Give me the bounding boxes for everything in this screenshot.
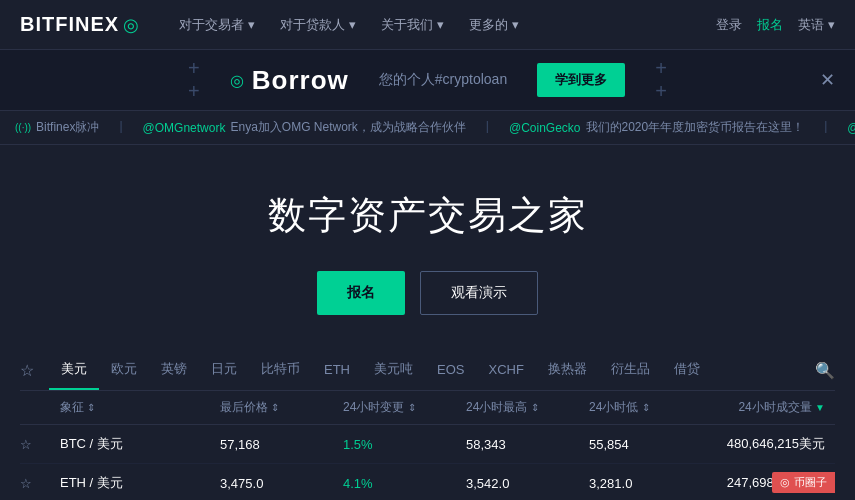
borrow-logo: ◎ Borrow: [230, 65, 349, 96]
change-btc: 1.5%: [343, 437, 466, 452]
logo-icon: ◎: [123, 14, 139, 36]
nav-traders[interactable]: 对于交易者 ▾: [169, 11, 265, 39]
price-eth: 3,475.0: [220, 476, 343, 491]
borrow-text: Borrow: [252, 65, 349, 96]
high-btc: 58,343: [466, 437, 589, 452]
sort-icon: ⇕: [408, 402, 416, 413]
tab-eur[interactable]: 欧元: [99, 350, 149, 390]
watermark-text: 币圈子: [794, 475, 827, 490]
borrow-icon: ◎: [230, 71, 244, 90]
market-table: 象征 ⇕ 最后价格 ⇕ 24小时变更 ⇕ 24小时最高 ⇕ 24小时低 ⇕ 24…: [20, 391, 835, 500]
low-eth: 3,281.0: [589, 476, 712, 491]
ticker-item-pulse: ((·)) Bitfinex脉冲: [15, 119, 99, 136]
nav-lenders[interactable]: 对于贷款人 ▾: [270, 11, 366, 39]
market-tabs: ☆ 美元 欧元 英镑 日元 比特币 ETH 美元吨 EOS XCHF 换热器: [20, 350, 835, 391]
ticker-item-omg: @OMGnetwork Enya加入OMG Network，成为战略合作伙伴: [143, 119, 466, 136]
row-star-btc[interactable]: ☆: [20, 437, 32, 452]
market-section: ☆ 美元 欧元 英镑 日元 比特币 ETH 美元吨 EOS XCHF 换热器: [0, 350, 855, 500]
chevron-down-icon: ▾: [248, 17, 255, 32]
decoration-plus-right: ++: [655, 57, 667, 103]
low-btc: 55,854: [589, 437, 712, 452]
news-ticker: ((·)) Bitfinex脉冲 | @OMGnetwork Enya加入OMG…: [0, 110, 855, 145]
tab-xchf[interactable]: XCHF: [476, 352, 535, 389]
sort-icon: ⇕: [87, 402, 95, 413]
volume-btc: 480,646,215美元: [712, 435, 835, 453]
hero-buttons: 报名 观看演示: [20, 271, 835, 315]
tab-usd[interactable]: 美元: [49, 350, 99, 390]
nav-more[interactable]: 更多的 ▾: [459, 11, 529, 39]
hero-section: 数字资产交易之家 报名 观看演示: [0, 145, 855, 350]
chevron-down-icon: ▾: [828, 17, 835, 32]
tab-gbp[interactable]: 英镑: [149, 350, 199, 390]
promo-banner: ++ ◎ Borrow 您的个人#cryptoloan 学到更多 ++ ✕: [0, 50, 855, 110]
change-eth: 4.1%: [343, 476, 466, 491]
sort-icon: ⇕: [642, 402, 650, 413]
favorites-star-icon[interactable]: ☆: [20, 361, 34, 380]
tab-lending[interactable]: 借贷: [662, 350, 712, 390]
login-link[interactable]: 登录: [716, 16, 742, 34]
tab-jpy[interactable]: 日元: [199, 350, 249, 390]
nav-right: 登录 报名 英语 ▾: [716, 16, 835, 34]
tab-eos[interactable]: EOS: [425, 352, 476, 389]
banner-cta-button[interactable]: 学到更多: [537, 63, 625, 97]
price-btc: 57,168: [220, 437, 343, 452]
signup-link[interactable]: 报名: [757, 16, 783, 34]
chevron-down-icon: ▾: [512, 17, 519, 32]
banner-close-button[interactable]: ✕: [820, 69, 835, 91]
ticker-content: ((·)) Bitfinex脉冲 | @OMGnetwork Enya加入OMG…: [15, 119, 855, 136]
logo-text: BITFINEX: [20, 13, 119, 36]
symbol-eth[interactable]: ETH / 美元: [60, 474, 220, 492]
hero-title: 数字资产交易之家: [20, 190, 835, 241]
ticker-item-plutus: @Plutus PLIP | Pluton流动: [847, 119, 855, 136]
navbar: BITFINEX ◎ 对于交易者 ▾ 对于贷款人 ▾ 关于我们 ▾ 更多的 ▾ …: [0, 0, 855, 50]
sort-icon-active: ▼: [815, 402, 825, 413]
nav-about[interactable]: 关于我们 ▾: [371, 11, 454, 39]
watermark: ◎ 币圈子: [772, 472, 835, 493]
tab-derivatives[interactable]: 衍生品: [599, 350, 662, 390]
hero-demo-button[interactable]: 观看演示: [420, 271, 538, 315]
table-row: ☆ ETH / 美元 3,475.0 4.1% 3,542.0 3,281.0 …: [20, 464, 835, 500]
nav-items: 对于交易者 ▾ 对于贷款人 ▾ 关于我们 ▾ 更多的 ▾: [169, 11, 716, 39]
table-header: 象征 ⇕ 最后价格 ⇕ 24小时变更 ⇕ 24小时最高 ⇕ 24小时低 ⇕ 24…: [20, 391, 835, 425]
market-search-icon[interactable]: 🔍: [815, 361, 835, 380]
chevron-down-icon: ▾: [349, 17, 356, 32]
ticker-item-coingecko: @CoinGecko 我们的2020年年度加密货币报告在这里！: [509, 119, 804, 136]
logo: BITFINEX ◎: [20, 13, 139, 36]
sort-icon: ⇕: [271, 402, 279, 413]
banner-tagline: 您的个人#cryptoloan: [379, 71, 507, 89]
watermark-icon: ◎: [780, 476, 790, 489]
tab-exchanger[interactable]: 换热器: [536, 350, 599, 390]
decoration-plus-left: ++: [188, 57, 200, 103]
chevron-down-icon: ▾: [437, 17, 444, 32]
hero-signup-button[interactable]: 报名: [317, 271, 405, 315]
symbol-btc[interactable]: BTC / 美元: [60, 435, 220, 453]
tab-eth[interactable]: ETH: [312, 352, 362, 389]
high-eth: 3,542.0: [466, 476, 589, 491]
sort-icon: ⇕: [531, 402, 539, 413]
tab-btc[interactable]: 比特币: [249, 350, 312, 390]
row-star-eth[interactable]: ☆: [20, 476, 32, 491]
language-selector[interactable]: 英语 ▾: [798, 16, 835, 34]
tab-usdt[interactable]: 美元吨: [362, 350, 425, 390]
table-row: ☆ BTC / 美元 57,168 1.5% 58,343 55,854 480…: [20, 425, 835, 464]
